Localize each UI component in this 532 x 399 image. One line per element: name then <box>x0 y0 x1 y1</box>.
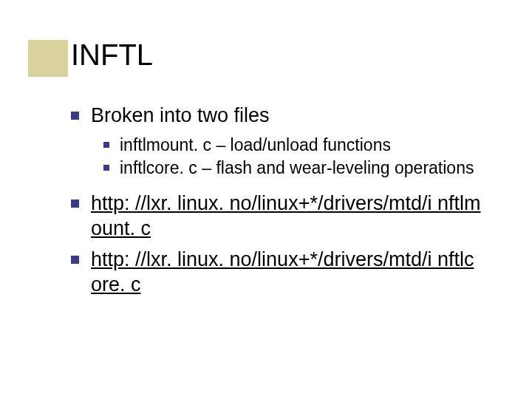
slide-title: INFTL <box>71 38 153 72</box>
list-item: inftlcore. c – flash and wear-leveling o… <box>103 157 485 179</box>
square-bullet-icon <box>71 112 79 120</box>
list-item-text: inftlmount. c – load/unload functions <box>120 134 391 156</box>
link-text[interactable]: http: //lxr. linux. no/linux+*/drivers/m… <box>91 191 485 242</box>
slide: INFTL Broken into two files inftlmount. … <box>0 0 532 399</box>
square-bullet-icon <box>71 256 79 264</box>
title-accent-box <box>28 40 68 77</box>
square-bullet-icon <box>103 142 109 148</box>
list-item-text: inftlcore. c – flash and wear-leveling o… <box>120 157 474 179</box>
list-item: http: //lxr. linux. no/linux+*/drivers/m… <box>71 248 485 298</box>
list-item: Broken into two files <box>71 103 485 129</box>
slide-body: Broken into two files inftlmount. c – lo… <box>71 103 485 303</box>
list-item-text: Broken into two files <box>91 103 270 129</box>
square-bullet-icon <box>103 165 109 171</box>
sublist: inftlmount. c – load/unload functions in… <box>103 134 485 179</box>
list-item: http: //lxr. linux. no/linux+*/drivers/m… <box>71 191 485 242</box>
square-bullet-icon <box>71 200 79 208</box>
link-text[interactable]: http: //lxr. linux. no/linux+*/drivers/m… <box>91 248 485 298</box>
list-item: inftlmount. c – load/unload functions <box>103 134 485 156</box>
